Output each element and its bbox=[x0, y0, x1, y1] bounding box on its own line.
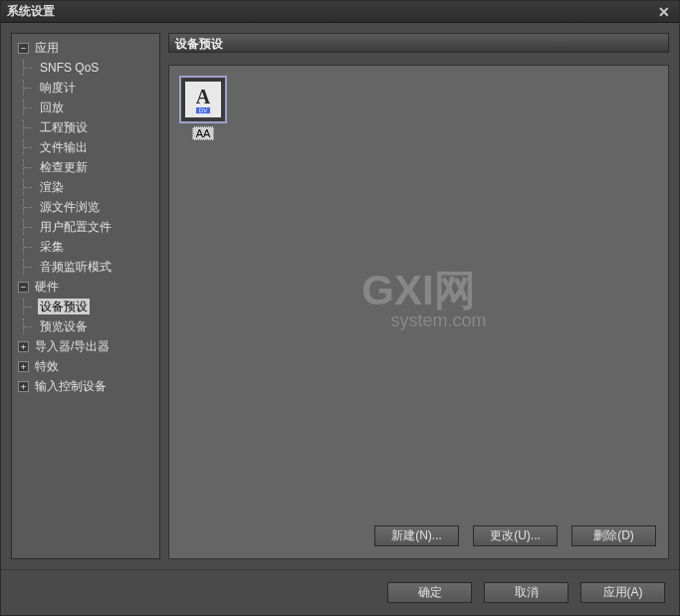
main-area: − 应用 SNFS QoS 响度计 回放 工程预设 文件输出 检查更新 渲染 源… bbox=[1, 23, 679, 559]
delete-button[interactable]: 删除(D) bbox=[571, 525, 656, 546]
expand-icon[interactable]: + bbox=[18, 381, 29, 392]
system-settings-dialog: 系统设置 ✕ − 应用 SNFS QoS 响度计 回放 工程预设 文件输出 检查… bbox=[0, 0, 680, 616]
preset-icon: A DV bbox=[179, 76, 227, 123]
tree-panel[interactable]: − 应用 SNFS QoS 响度计 回放 工程预设 文件输出 检查更新 渲染 源… bbox=[11, 33, 160, 559]
tree-node-application[interactable]: − 应用 bbox=[14, 38, 157, 58]
ok-button[interactable]: 确定 bbox=[387, 582, 472, 603]
tree-node-input[interactable]: + 输入控制设备 bbox=[14, 376, 157, 396]
expand-icon[interactable]: + bbox=[18, 361, 29, 372]
collapse-icon[interactable]: − bbox=[18, 282, 29, 293]
new-button[interactable]: 新建(N)... bbox=[374, 525, 459, 546]
preset-buttons: 新建(N)... 更改(U)... 删除(D) bbox=[179, 517, 658, 548]
tree-item-source-browse[interactable]: 源文件浏览 bbox=[14, 197, 157, 217]
preset-grid: A DV AA bbox=[179, 76, 658, 517]
expand-icon[interactable]: + bbox=[18, 341, 29, 352]
tree-item-render[interactable]: 渲染 bbox=[14, 177, 157, 197]
section-header: 设备预设 bbox=[168, 33, 669, 53]
content-panel: 设备预设 A DV AA GXI网 syste bbox=[168, 33, 669, 559]
tree-node-effects[interactable]: + 特效 bbox=[14, 356, 157, 376]
tree-item-user-config[interactable]: 用户配置文件 bbox=[14, 217, 157, 237]
tree-item-file-output[interactable]: 文件输出 bbox=[14, 137, 157, 157]
tree-item-capture[interactable]: 采集 bbox=[14, 237, 157, 257]
tree-item-snfs[interactable]: SNFS QoS bbox=[14, 58, 157, 78]
tree-item-audio-monitor[interactable]: 音频监听模式 bbox=[14, 257, 157, 277]
close-button[interactable]: ✕ bbox=[655, 4, 673, 20]
dialog-footer: 确定 取消 应用(A) bbox=[1, 569, 679, 615]
preset-label: AA bbox=[192, 126, 215, 140]
tree-node-importer[interactable]: + 导入器/导出器 bbox=[14, 336, 157, 356]
tree-node-hardware[interactable]: − 硬件 bbox=[14, 277, 157, 297]
letter-a-icon: A bbox=[196, 87, 210, 106]
tree-item-preview-device[interactable]: 预览设备 bbox=[14, 316, 157, 336]
cancel-button[interactable]: 取消 bbox=[484, 582, 568, 603]
tree-item-project-preset[interactable]: 工程预设 bbox=[14, 117, 157, 137]
tree-item-loudness[interactable]: 响度计 bbox=[14, 78, 157, 98]
titlebar: 系统设置 ✕ bbox=[1, 1, 679, 23]
preset-item-aa[interactable]: A DV AA bbox=[179, 76, 227, 140]
tree-item-device-preset[interactable]: 设备预设 bbox=[14, 297, 157, 316]
preset-area: A DV AA GXI网 system.com 新建(N)... 更改(U)..… bbox=[168, 65, 669, 559]
dialog-title: 系统设置 bbox=[7, 3, 655, 20]
apply-button[interactable]: 应用(A) bbox=[580, 582, 665, 603]
collapse-icon[interactable]: − bbox=[18, 43, 29, 54]
tree-item-check-update[interactable]: 检查更新 bbox=[14, 157, 157, 177]
tree-item-playback[interactable]: 回放 bbox=[14, 98, 157, 117]
change-button[interactable]: 更改(U)... bbox=[473, 525, 558, 546]
